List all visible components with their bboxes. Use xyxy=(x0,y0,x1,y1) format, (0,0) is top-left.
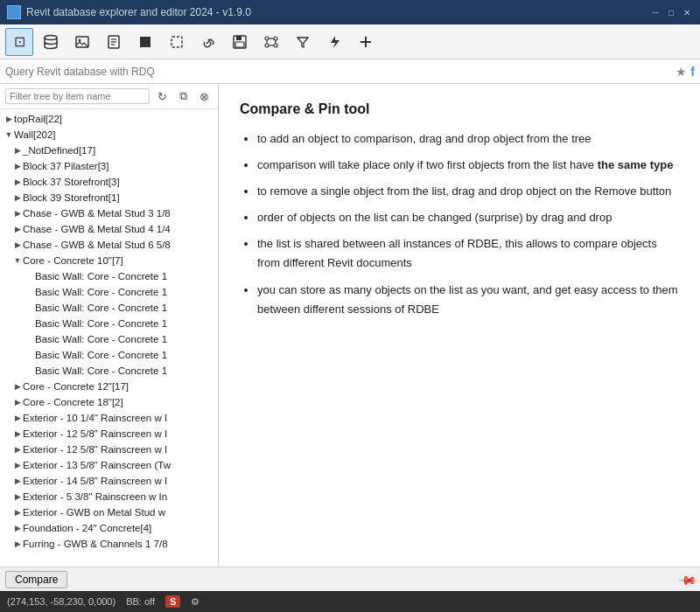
favorite-icon[interactable]: ★ xyxy=(676,65,687,79)
lightning-tool-button[interactable] xyxy=(320,28,348,56)
tree-item[interactable]: Basic Wall: Core - Concrete 1 xyxy=(0,284,218,300)
tree-item-label: Basic Wall: Core - Concrete 1 xyxy=(35,350,167,360)
tree-item[interactable]: ▶Chase - GWB & Metal Stud 6 5/8 xyxy=(0,237,218,253)
tree-item-label: Block 37 Pilaster[3] xyxy=(23,161,108,171)
save-tool-button[interactable] xyxy=(226,28,254,56)
tree-item[interactable]: ▶Core - Concrete 12"[17] xyxy=(0,379,218,394)
tree-item[interactable]: ▶Chase - GWB & Metal Stud 3 1/8 xyxy=(0,205,218,221)
status-bar: (274,153, -58,230, 0,000) BB: off S ⚙ xyxy=(0,591,700,612)
tree-item-label: Exterior - 12 5/8" Rainscreen w I xyxy=(23,444,167,455)
tree-item-label: Exterior - 14 5/8" Rainscreen w I xyxy=(23,476,167,486)
tree-item[interactable]: ▶Foundation - 24" Concrete[4] xyxy=(0,520,218,536)
tree-item-label: Chase - GWB & Metal Stud 6 5/8 xyxy=(23,240,171,250)
bullet-item-5: the list is shared between all instances… xyxy=(257,234,679,273)
tree-item[interactable]: Basic Wall: Core - Concrete 1 xyxy=(0,268,218,284)
tree-item-label: Exterior - 5 3/8" Rainscreen w In xyxy=(23,491,167,502)
svg-rect-7 xyxy=(140,37,150,47)
bullet-item-4: order of objects on the list can be chan… xyxy=(257,208,679,227)
right-panel: Compare & Pin tool to add an object to c… xyxy=(219,84,700,567)
tree-item-label: Wall[202] xyxy=(14,129,56,140)
tree-expander: ▶ xyxy=(12,476,23,486)
tree-item[interactable]: ▼Wall[202] xyxy=(0,127,218,143)
tree-item-label: Exterior - 10 1/4" Rainscreen w I xyxy=(23,413,167,423)
svg-rect-8 xyxy=(172,37,182,47)
tree-item[interactable]: ▶Block 37 Storefront[3] xyxy=(0,174,218,190)
tree-expander: ▶ xyxy=(12,428,23,439)
format-icon[interactable]: f xyxy=(690,65,695,79)
tree-item[interactable]: Basic Wall: Core - Concrete 1 xyxy=(0,300,218,316)
tree-item[interactable]: ▶Block 39 Storefront[1] xyxy=(0,190,218,205)
tree-item[interactable]: ▶Furring - GWB & Channels 1 7/8 xyxy=(0,536,218,552)
tree-expander xyxy=(24,303,35,313)
compare-button[interactable]: Compare xyxy=(5,571,67,588)
tree-item[interactable]: ▶Chase - GWB & Metal Stud 4 1/4 xyxy=(0,221,218,237)
minimize-button[interactable]: ─ xyxy=(649,6,662,18)
branch-tool-button[interactable] xyxy=(257,28,285,56)
pin-icon[interactable]: 📌 xyxy=(677,569,697,589)
tree-expander: ▼ xyxy=(12,255,23,266)
square-tool-button[interactable] xyxy=(131,28,159,56)
tree-expander: ▶ xyxy=(12,397,23,407)
search-tool-button[interactable]: ⊡ xyxy=(5,28,33,56)
tree-item-label: Basic Wall: Core - Concrete 1 xyxy=(35,365,167,376)
svg-point-15 xyxy=(265,44,269,47)
tree-item[interactable]: ▶Exterior - 13 5/8" Rainscreen (Tw xyxy=(0,457,218,473)
tree-item-label: Core - Concrete 18"[2] xyxy=(23,397,123,407)
bullet-item-1: to add an object to comparison, drag and… xyxy=(257,129,679,149)
tree-expander xyxy=(24,271,35,282)
tree-item[interactable]: ▶topRail[22] xyxy=(0,111,218,127)
tree-item[interactable]: Basic Wall: Core - Concrete 1 xyxy=(0,331,218,347)
copy-icon[interactable]: ⧉ xyxy=(174,87,192,105)
svg-point-2 xyxy=(79,38,81,41)
tree-item[interactable]: ▶Exterior - 5 3/8" Rainscreen w In xyxy=(0,489,218,504)
tree-expander: ▶ xyxy=(12,192,23,203)
settings-icon[interactable]: ⚙ xyxy=(191,596,200,608)
tree-item[interactable]: Basic Wall: Core - Concrete 1 xyxy=(0,316,218,331)
maximize-button[interactable]: □ xyxy=(665,6,677,18)
database-tool-button[interactable] xyxy=(37,28,65,56)
refresh-icon[interactable]: ↻ xyxy=(153,87,171,105)
link-tool-button[interactable] xyxy=(194,28,222,56)
plus-tool-button[interactable] xyxy=(352,28,380,56)
bullet-item-6: you can store as many objects on the lis… xyxy=(257,281,679,319)
dotted-tool-button[interactable] xyxy=(163,28,191,56)
svg-point-13 xyxy=(274,37,277,40)
close-button[interactable]: ✕ xyxy=(681,6,693,18)
tree-expander: ▼ xyxy=(4,129,14,140)
tree-item[interactable]: ▶Exterior - 14 5/8" Rainscreen w I xyxy=(0,473,218,489)
search-input[interactable] xyxy=(5,66,676,78)
tree-item-label: _NotDefined[17] xyxy=(23,145,95,156)
tree-item-label: Basic Wall: Core - Concrete 1 xyxy=(35,271,167,282)
main-area: ↻ ⧉ ⊗ ▶topRail[22]▼Wall[202]▶_NotDefined… xyxy=(0,84,700,567)
tree-item-label: Furring - GWB & Channels 1 7/8 xyxy=(23,539,168,549)
app-title: Revit database explorer and editor 2024 … xyxy=(26,6,649,18)
tree-item[interactable]: Basic Wall: Core - Concrete 1 xyxy=(0,347,218,363)
tree-container[interactable]: ▶topRail[22]▼Wall[202]▶_NotDefined[17]▶B… xyxy=(0,109,218,567)
tree-expander xyxy=(24,318,35,329)
tree-expander: ▶ xyxy=(12,523,23,533)
tree-item[interactable]: ▼Core - Concrete 10"[7] xyxy=(0,253,218,268)
filter-input[interactable] xyxy=(5,88,150,104)
tree-item[interactable]: ▶Exterior - 12 5/8" Rainscreen w I xyxy=(0,442,218,457)
tree-item[interactable]: Basic Wall: Core - Concrete 1 xyxy=(0,363,218,379)
toolbar: ⊡ xyxy=(0,24,700,59)
tree-expander: ▶ xyxy=(12,208,23,219)
tree-item-label: Exterior - 13 5/8" Rainscreen (Tw xyxy=(23,460,171,470)
filter-tool-button[interactable] xyxy=(289,28,317,56)
tree-item[interactable]: ▶_NotDefined[17] xyxy=(0,143,218,158)
window-controls: ─ □ ✕ xyxy=(649,6,693,18)
doc-tool-button[interactable] xyxy=(100,28,128,56)
image-tool-button[interactable] xyxy=(68,28,96,56)
tree-expander: ▶ xyxy=(12,240,23,250)
tree-item[interactable]: ▶Exterior - 10 1/4" Rainscreen w I xyxy=(0,410,218,426)
tree-item-label: Chase - GWB & Metal Stud 3 1/8 xyxy=(23,208,171,219)
tree-expander: ▶ xyxy=(12,507,23,518)
tree-item-label: Basic Wall: Core - Concrete 1 xyxy=(35,287,167,297)
tree-expander: ▶ xyxy=(12,444,23,455)
tree-item[interactable]: ▶Exterior - GWB on Metal Stud w xyxy=(0,504,218,520)
tree-item[interactable]: ▶Core - Concrete 18"[2] xyxy=(0,394,218,410)
tree-item[interactable]: ▶Block 37 Pilaster[3] xyxy=(0,158,218,174)
tree-expander: ▶ xyxy=(12,224,23,234)
pin-filter-icon[interactable]: ⊗ xyxy=(195,87,213,105)
tree-item[interactable]: ▶Exterior - 12 5/8" Rainscreen w I xyxy=(0,426,218,442)
